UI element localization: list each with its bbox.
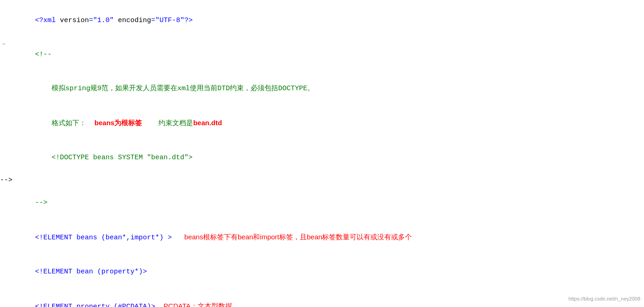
element-bean: <!ELEMENT bean (property*)> — [35, 268, 147, 276]
element-beans: <!ELEMENT beans (bean*,import*) > — [35, 234, 172, 242]
line-content-6: --> — [6, 186, 644, 220]
xml-version-attr: version — [56, 17, 89, 24]
line-content-3: 模拟spring规9范，如果开发人员需要在xml使用当前DTD约束，必须包括DO… — [6, 72, 644, 105]
line-7: <!ELEMENT beans (bean*,import*) > beans根… — [0, 220, 644, 255]
pcdata-annotation: PCDATA：文本型数据 — [164, 302, 232, 307]
xml-keyword: xml — [43, 17, 56, 24]
line-2: ⎯ <!-- — [0, 38, 644, 72]
fold-icon-2[interactable]: ⎯ — [2, 38, 6, 46]
line-content-7: <!ELEMENT beans (bean*,import*) > beans根… — [6, 220, 644, 255]
line-3: 模拟spring规9范，如果开发人员需要在xml使用当前DTD约束，必须包括DO… — [0, 72, 644, 106]
line-6: --> — [0, 186, 644, 220]
line-9: <!ELEMENT property (#PCDATA)> PCDATA：文本型… — [0, 289, 644, 307]
line-marker-2[interactable]: ⎯ — [0, 38, 6, 46]
beans-annotation: beans根标签下有bean和import标签，且bean标签数量可以有或没有或… — [184, 233, 412, 241]
line-8: <!ELEMENT bean (property*)> — [0, 255, 644, 289]
line-content-2: <!-- — [6, 38, 644, 71]
line-content-5: <!DOCTYPE beans SYSTEM "bean.dtd"> — [6, 141, 644, 174]
line-content-4: 格式如下： beans为根标签 约束文档是bean.dtd — [6, 106, 644, 140]
watermark: https://blog.csdn.net/n_ney2008 — [568, 295, 640, 303]
line-content-1: <?xml version="1.0" encoding="UTF-8"?> — [6, 4, 644, 37]
line-5: <!DOCTYPE beans SYSTEM "bean.dtd"> — [0, 141, 644, 175]
comment-format: 格式如下： — [35, 120, 94, 127]
xml-open: <? — [35, 17, 43, 24]
comment-text-1: 模拟spring规9范，如果开发人员需要在xml使用当前DTD约束，必须包括DO… — [35, 85, 314, 93]
line-4: 格式如下： beans为根标签 约束文档是bean.dtd — [0, 106, 644, 141]
comment-close: --> — [35, 199, 47, 207]
comment-open: <!-- — [35, 51, 52, 58]
code-container: <?xml version="1.0" encoding="UTF-8"?> ⎯… — [0, 0, 644, 307]
bean-dtd-label: bean.dtd — [193, 119, 222, 127]
line-content-8: <!ELEMENT bean (property*)> — [6, 255, 644, 289]
line-content-9: <!ELEMENT property (#PCDATA)> PCDATA：文本型… — [6, 290, 644, 307]
beans-root-label: beans为根标签 — [94, 119, 142, 127]
doctype-line: <!DOCTYPE beans SYSTEM "bean.dtd"> — [35, 154, 193, 162]
line-1: <?xml version="1.0" encoding="UTF-8"?> — [0, 4, 644, 38]
element-property: <!ELEMENT property (#PCDATA)> — [35, 303, 155, 307]
